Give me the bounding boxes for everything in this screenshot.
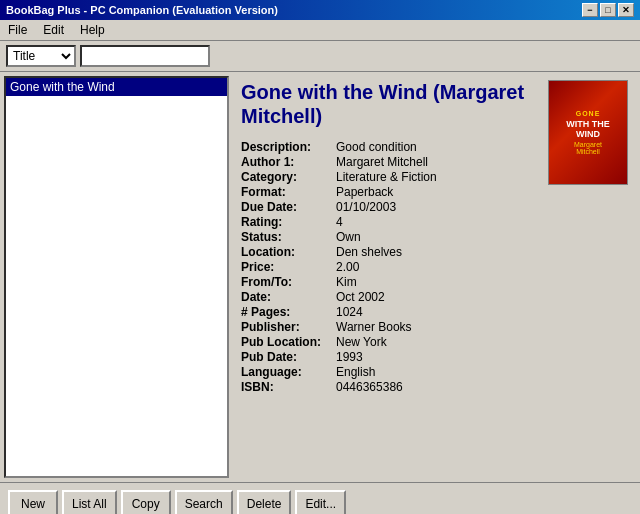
detail-row: Format:Paperback: [241, 185, 538, 199]
list-item[interactable]: Gone with the Wind: [6, 78, 227, 96]
detail-value: Warner Books: [336, 320, 412, 334]
maximize-button[interactable]: □: [600, 3, 616, 17]
detail-label: Author 1:: [241, 155, 336, 169]
detail-value: Margaret Mitchell: [336, 155, 428, 169]
bottom-buttons: New List All Copy Search Delete Edit...: [0, 482, 640, 514]
detail-content: Gone with the Wind (Margaret Mitchell) G…: [241, 80, 628, 394]
cover-text-sub: MargaretMitchell: [574, 141, 602, 155]
detail-value: Paperback: [336, 185, 393, 199]
book-list[interactable]: Gone with the Wind: [4, 76, 229, 478]
detail-row: Pub Date:1993: [241, 350, 538, 364]
detail-row: Publisher:Warner Books: [241, 320, 538, 334]
detail-label: Price:: [241, 260, 336, 274]
cover-text-main: WITH THEWIND: [566, 119, 610, 139]
detail-value: 01/10/2003: [336, 200, 396, 214]
minimize-button[interactable]: −: [582, 3, 598, 17]
detail-value: 4: [336, 215, 343, 229]
menu-file[interactable]: File: [4, 22, 31, 38]
detail-row: Location:Den shelves: [241, 245, 538, 259]
detail-value: Oct 2002: [336, 290, 385, 304]
window-title: BookBag Plus - PC Companion (Evaluation …: [6, 4, 278, 16]
detail-value: Kim: [336, 275, 357, 289]
detail-label: Date:: [241, 290, 336, 304]
main-area: Gone with the Wind Gone with the Wind (M…: [0, 72, 640, 482]
detail-row: Category:Literature & Fiction: [241, 170, 538, 184]
detail-value: 2.00: [336, 260, 359, 274]
detail-value: English: [336, 365, 375, 379]
detail-row: Pub Location:New York: [241, 335, 538, 349]
detail-label: Rating:: [241, 215, 336, 229]
detail-row: ISBN:0446365386: [241, 380, 538, 394]
cover-text-top: GONE: [576, 110, 601, 117]
detail-row: From/To:Kim: [241, 275, 538, 289]
menu-bar: File Edit Help: [0, 20, 640, 41]
detail-row: Date:Oct 2002: [241, 290, 538, 304]
search-button[interactable]: Search: [175, 490, 233, 515]
toolbar: Title Author Category: [0, 41, 640, 72]
detail-label: ISBN:: [241, 380, 336, 394]
detail-row: Author 1:Margaret Mitchell: [241, 155, 538, 169]
detail-label: Description:: [241, 140, 336, 154]
search-field-select[interactable]: Title Author Category: [6, 45, 76, 67]
detail-value: 1993: [336, 350, 363, 364]
detail-value: 1024: [336, 305, 363, 319]
detail-row: Description:Good condition: [241, 140, 538, 154]
detail-panel: Gone with the Wind (Margaret Mitchell) G…: [229, 72, 640, 482]
detail-label: Status:: [241, 230, 336, 244]
book-cover: GONE WITH THEWIND MargaretMitchell: [548, 80, 628, 185]
detail-value: Den shelves: [336, 245, 402, 259]
detail-row: Rating:4: [241, 215, 538, 229]
detail-label: Due Date:: [241, 200, 336, 214]
detail-label: # Pages:: [241, 305, 336, 319]
detail-value: Literature & Fiction: [336, 170, 437, 184]
detail-row: Price:2.00: [241, 260, 538, 274]
list-all-button[interactable]: List All: [62, 490, 117, 515]
title-bar: BookBag Plus - PC Companion (Evaluation …: [0, 0, 640, 20]
detail-row: Due Date:01/10/2003: [241, 200, 538, 214]
detail-label: Language:: [241, 365, 336, 379]
copy-button[interactable]: Copy: [121, 490, 171, 515]
close-button[interactable]: ✕: [618, 3, 634, 17]
detail-value: 0446365386: [336, 380, 403, 394]
detail-value: New York: [336, 335, 387, 349]
menu-help[interactable]: Help: [76, 22, 109, 38]
detail-row: # Pages:1024: [241, 305, 538, 319]
detail-label: Pub Location:: [241, 335, 336, 349]
edit-button[interactable]: Edit...: [295, 490, 346, 515]
detail-label: Pub Date:: [241, 350, 336, 364]
detail-label: Location:: [241, 245, 336, 259]
search-input[interactable]: [80, 45, 210, 67]
detail-label: From/To:: [241, 275, 336, 289]
detail-row: Language:English: [241, 365, 538, 379]
book-cover-inner: GONE WITH THEWIND MargaretMitchell: [549, 81, 627, 184]
detail-table: Description:Good conditionAuthor 1:Marga…: [241, 140, 538, 394]
detail-label: Format:: [241, 185, 336, 199]
detail-label: Category:: [241, 170, 336, 184]
new-button[interactable]: New: [8, 490, 58, 515]
detail-row: Status:Own: [241, 230, 538, 244]
delete-button[interactable]: Delete: [237, 490, 292, 515]
detail-label: Publisher:: [241, 320, 336, 334]
title-bar-buttons: − □ ✕: [582, 3, 634, 17]
menu-edit[interactable]: Edit: [39, 22, 68, 38]
detail-value: Good condition: [336, 140, 417, 154]
detail-value: Own: [336, 230, 361, 244]
